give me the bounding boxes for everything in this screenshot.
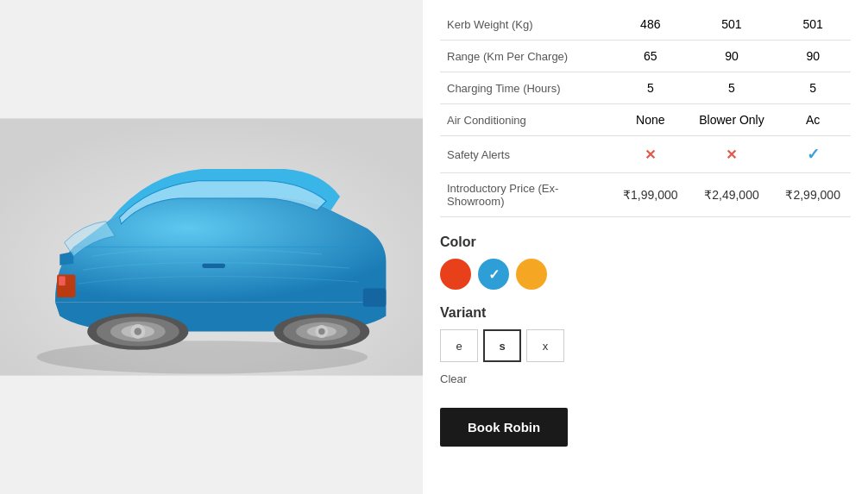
table-cell-col3: Ac xyxy=(775,104,851,136)
table-row: Safety Alerts✕✕✓ xyxy=(440,136,851,173)
table-cell-col2: 501 xyxy=(689,9,776,41)
table-cell-col2: 90 xyxy=(689,41,776,72)
color-section: Color xyxy=(440,234,851,290)
table-cell-col1: ₹1,99,000 xyxy=(613,173,689,217)
table-cell-label: Kerb Weight (Kg) xyxy=(440,9,613,41)
table-cell-col1: ✕ xyxy=(613,136,689,173)
table-cell-col1: 5 xyxy=(613,72,689,104)
variant-btn-s[interactable]: s xyxy=(483,329,521,362)
table-cell-col2: 5 xyxy=(689,72,776,104)
color-label: Color xyxy=(440,234,851,250)
table-cell-col1: None xyxy=(613,104,689,136)
variant-options: esx xyxy=(440,329,851,362)
table-cell-label: Range (Km Per Charge) xyxy=(440,41,613,72)
svg-rect-2 xyxy=(363,288,387,306)
table-cell-col3: 501 xyxy=(775,9,851,41)
cross-icon: ✕ xyxy=(645,147,656,162)
right-panel: Kerb Weight (Kg)486501501Range (Km Per C… xyxy=(423,0,868,494)
svg-rect-4 xyxy=(59,277,65,286)
table-cell-col3: 5 xyxy=(775,72,851,104)
color-option-orange[interactable] xyxy=(516,259,547,290)
table-cell-label: Charging Time (Hours) xyxy=(440,72,613,104)
table-cell-col1: 486 xyxy=(613,9,689,41)
svg-point-16 xyxy=(318,328,324,335)
table-cell-col3: ₹2,99,000 xyxy=(775,173,851,217)
color-options xyxy=(440,259,851,290)
color-option-red[interactable] xyxy=(440,259,471,290)
table-cell-col2: Blower Only xyxy=(689,104,776,136)
comparison-table: Kerb Weight (Kg)486501501Range (Km Per C… xyxy=(440,9,851,217)
book-robin-button[interactable]: Book Robin xyxy=(440,408,568,447)
clear-link[interactable]: Clear xyxy=(440,372,467,385)
table-cell-col2: ₹2,49,000 xyxy=(689,173,776,217)
table-row: Charging Time (Hours)555 xyxy=(440,72,851,104)
car-image xyxy=(0,0,423,494)
table-cell-col1: 65 xyxy=(613,41,689,72)
table-row: Range (Km Per Charge)659090 xyxy=(440,41,851,72)
cross-icon: ✕ xyxy=(726,147,737,162)
svg-point-10 xyxy=(135,328,142,335)
table-cell-col2: ✕ xyxy=(689,136,776,173)
table-row: Air ConditioningNoneBlower OnlyAc xyxy=(440,104,851,136)
variant-label: Variant xyxy=(440,305,851,321)
check-icon: ✓ xyxy=(807,146,820,163)
table-row: Introductory Price (Ex-Showroom)₹1,99,00… xyxy=(440,173,851,217)
variant-btn-e[interactable]: e xyxy=(440,329,478,362)
car-image-panel xyxy=(0,0,423,494)
table-cell-col3: 90 xyxy=(775,41,851,72)
svg-rect-17 xyxy=(202,264,225,268)
color-option-blue[interactable] xyxy=(478,259,509,290)
table-cell-col3: ✓ xyxy=(775,136,851,173)
table-row: Kerb Weight (Kg)486501501 xyxy=(440,9,851,41)
table-cell-label: Introductory Price (Ex-Showroom) xyxy=(440,173,613,217)
table-cell-label: Safety Alerts xyxy=(440,136,613,173)
variant-btn-x[interactable]: x xyxy=(526,329,564,362)
table-cell-label: Air Conditioning xyxy=(440,104,613,136)
variant-section: Variant esx Clear xyxy=(440,305,851,399)
